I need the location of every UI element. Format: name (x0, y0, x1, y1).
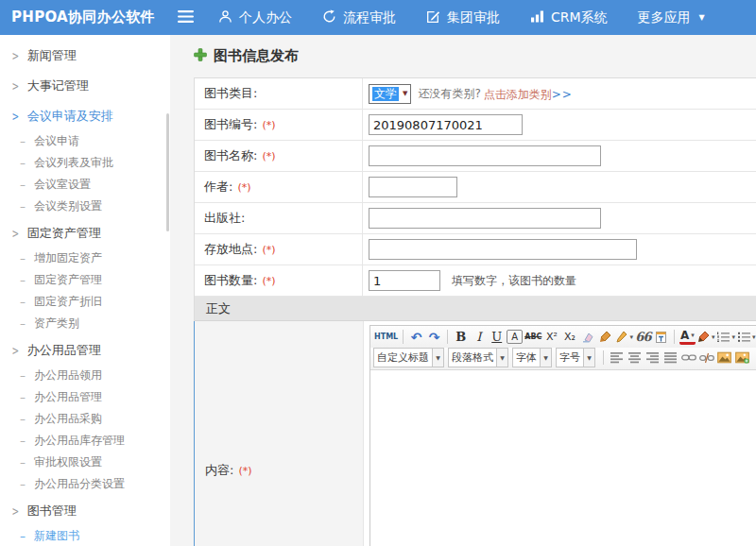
link-icon[interactable] (680, 349, 696, 367)
nav-personal-office[interactable]: 个人办公 (218, 9, 292, 26)
paragraph-format-select[interactable]: 段落格式▼ (448, 348, 508, 367)
italic-icon[interactable]: I (471, 328, 487, 346)
format-brush-icon[interactable] (597, 328, 613, 346)
dash-icon: – (20, 274, 26, 287)
eraser-icon[interactable] (579, 328, 595, 346)
underline-icon[interactable]: U (489, 328, 505, 346)
sidebar-item-label: 增加固定资产 (34, 250, 102, 266)
source-code-icon[interactable]: HTML (374, 328, 398, 346)
sidebar-item-label: 固定资产折旧 (34, 294, 102, 310)
superscript-icon[interactable]: X² (543, 328, 559, 346)
sidebar-item[interactable]: –办公用品分类设置 (0, 473, 170, 495)
align-left-icon[interactable] (609, 349, 625, 367)
sidebar-item[interactable]: –办公用品管理 (0, 386, 170, 408)
form-row-content: 内容:(*) HTML↶↷BIUAABCX²X₂▾66A▾▾▾▾ 自定义标题▼段… (194, 321, 756, 546)
align-right-icon[interactable] (644, 349, 661, 367)
location-input[interactable] (369, 239, 637, 260)
chevron-right-icon: > (12, 226, 19, 241)
custom-style-select[interactable]: 自定义标题▼ (373, 348, 444, 367)
caret-down-icon: ▾ (752, 333, 756, 341)
blockquote-icon[interactable]: 66 (635, 328, 651, 346)
dash-icon: – (20, 478, 26, 491)
undo-icon[interactable]: ↶ (408, 328, 424, 346)
book-number-input[interactable] (369, 114, 523, 135)
sidebar-nav: >新闻管理>大事记管理>会议申请及安排–会议申请–会议列表及审批–会议室设置–会… (0, 42, 170, 546)
nav-more-apps[interactable]: 更多应用 ▼ (638, 9, 705, 26)
caret-down-icon: ▼ (432, 349, 443, 367)
dash-icon: – (20, 252, 26, 265)
dash-icon: – (20, 530, 26, 543)
unlink-icon[interactable] (698, 349, 714, 367)
insert-image-icon[interactable] (734, 349, 750, 367)
ordered-list-icon[interactable]: ▾ (716, 328, 735, 346)
select-label: 段落格式 (449, 350, 496, 365)
publisher-input[interactable] (369, 208, 601, 229)
book-category-select[interactable]: 文学 ▼ (369, 84, 411, 104)
sidebar-group[interactable]: >大事记管理 (0, 72, 170, 100)
sidebar-item-label: 审批权限设置 (34, 454, 102, 470)
sidebar-group[interactable]: >固定资产管理 (0, 219, 170, 247)
font-color-icon[interactable]: A▾ (679, 329, 696, 345)
sidebar-scrollbar[interactable] (166, 113, 169, 231)
select-label: 自定义标题 (374, 350, 432, 365)
align-center-icon[interactable] (627, 349, 643, 367)
highlight-icon[interactable]: ▾ (697, 328, 715, 346)
dash-icon: – (20, 200, 26, 213)
sidebar-group[interactable]: >会议申请及安排 (0, 102, 170, 130)
sidebar-group-label: 固定资产管理 (27, 225, 101, 242)
subscript-icon[interactable]: X₂ (561, 328, 577, 346)
form-row-quantity: 图书数量:(*) 填写数字，该图书的数量 (195, 265, 756, 297)
add-category-link[interactable]: 点击添加类别>> (484, 84, 573, 103)
topbar: PHPOA协同办公软件 个人办公 流程审批 集团审批 CRM系统 更多应用 ▼ (0, 0, 756, 35)
page-title: 图书信息发布 (214, 47, 299, 65)
sidebar-item[interactable]: –新建图书 (0, 525, 170, 546)
required-mark: (*) (262, 150, 275, 162)
quantity-label: 图书数量: (204, 272, 257, 289)
sidebar-group[interactable]: >办公用品管理 (0, 336, 170, 365)
main-content: 图书信息发布 图书类目: 文学 ▼ 还没有类别? 点击添加类别>> 图书编号:(… (170, 35, 756, 546)
sidebar-group[interactable]: >图书管理 (0, 497, 170, 525)
dash-icon: – (20, 391, 26, 404)
sidebar: >新闻管理>大事记管理>会议申请及安排–会议申请–会议列表及审批–会议室设置–会… (0, 35, 170, 546)
sidebar-item[interactable]: –资产类别 (0, 313, 170, 334)
sidebar-item[interactable]: –办公用品采购 (0, 408, 170, 430)
sidebar-item-label: 办公用品库存管理 (34, 433, 125, 449)
sidebar-item[interactable]: –会议列表及审批 (0, 152, 170, 174)
selected-option: 文学 (372, 87, 399, 101)
body-section-header: 正文 (195, 297, 756, 321)
category-label: 图书类目: (204, 85, 257, 102)
sidebar-item[interactable]: –办公用品领用 (0, 365, 170, 386)
paste-word-icon[interactable] (653, 328, 669, 346)
sidebar-group[interactable]: >新闻管理 (0, 42, 170, 70)
font-size-select[interactable]: 字号▼ (556, 348, 595, 367)
align-justify-icon[interactable] (662, 349, 679, 367)
sidebar-item[interactable]: –办公用品库存管理 (0, 430, 170, 452)
quantity-input[interactable] (369, 270, 440, 291)
nav-flow-approval[interactable]: 流程审批 (322, 9, 396, 26)
nav-group-approval[interactable]: 集团审批 (426, 9, 500, 26)
sidebar-item[interactable]: –审批权限设置 (0, 452, 170, 473)
bold-icon[interactable]: B (453, 328, 469, 346)
redo-icon[interactable]: ↷ (426, 328, 442, 346)
unordered-list-icon[interactable]: ▾ (737, 328, 756, 346)
strikethrough-icon[interactable]: ABC (524, 328, 541, 346)
nav-crm-system[interactable]: CRM系统 (530, 9, 608, 26)
sidebar-item[interactable]: –固定资产折旧 (0, 291, 170, 313)
editor-content[interactable] (370, 370, 756, 546)
sidebar-item[interactable]: –会议室设置 (0, 174, 170, 196)
caret-down-icon: ▾ (731, 333, 735, 341)
sidebar-item[interactable]: –会议申请 (0, 130, 170, 152)
menu-toggle-button[interactable] (178, 9, 194, 26)
sidebar-item[interactable]: –固定资产管理 (0, 269, 170, 291)
font-border-icon[interactable]: A (507, 330, 523, 344)
book-number-label: 图书编号: (204, 116, 257, 133)
sidebar-item[interactable]: –增加固定资产 (0, 247, 170, 269)
image-icon[interactable] (716, 349, 732, 367)
book-name-input[interactable] (369, 145, 601, 166)
author-input[interactable] (369, 177, 457, 197)
paint-format-icon[interactable]: ▾ (615, 328, 633, 346)
font-family-select[interactable]: 字体▼ (512, 348, 552, 367)
caret-down-icon: ▾ (691, 331, 695, 341)
select-label: 字号 (557, 350, 583, 365)
sidebar-item[interactable]: –会议类别设置 (0, 196, 170, 217)
